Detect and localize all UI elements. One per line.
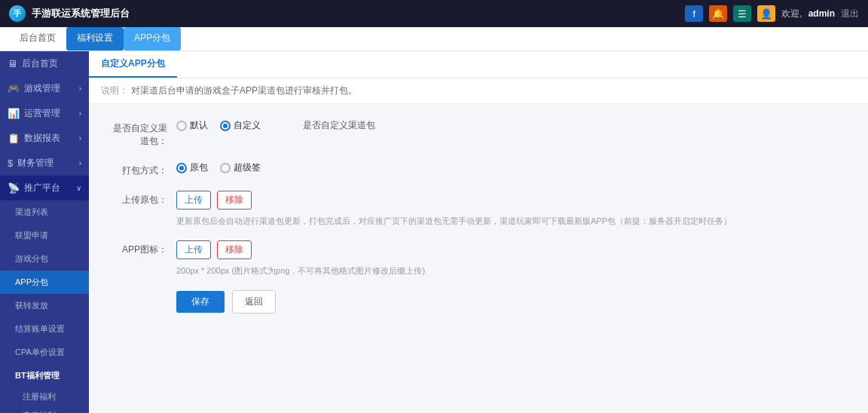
sidebar-label-app-pkg: APP分包 <box>15 277 48 288</box>
upload-icon-hint: 200px * 200px (图片格式为png，不可将其他格式图片修改后缀上传) <box>176 265 425 277</box>
nav-tab-welfare[interactable]: 福利设置 <box>66 27 124 50</box>
sidebar-label-channel-list: 渠道列表 <box>15 206 48 218</box>
main-layout: 🖥 后台首页 🎮 游戏管理 › 📊 运营管理 › 📋 数据报表 › $ 财务管理… <box>0 51 868 413</box>
sidebar-label-ops: 运营管理 <box>24 107 60 120</box>
chevron-icon-3: › <box>79 134 81 142</box>
info-bar: 说明： 对渠道后台申请的游戏盒子APP渠道包进行审核并打包。 <box>89 78 868 104</box>
admin-name: admin <box>808 8 835 19</box>
form-buttons: 保存 返回 <box>176 290 850 314</box>
sidebar-item-recharge-welfare[interactable]: 充值福利 <box>0 406 89 413</box>
sidebar-label-recharge-welfare: 充值福利 <box>23 410 56 413</box>
finance-icon: $ <box>8 158 13 169</box>
sidebar-item-ops[interactable]: 📊 运营管理 › <box>0 101 89 126</box>
pack-method-radio-group: 原包 超级签 <box>176 161 261 174</box>
radio-custom[interactable]: 自定义 <box>220 119 261 132</box>
sidebar-label-billing: 结算账单设置 <box>15 323 65 335</box>
sidebar-label-finance: 财务管理 <box>17 157 53 170</box>
sidebar-item-billing[interactable]: 结算账单设置 <box>0 317 89 341</box>
content-header: 自定义APP分包 <box>89 51 868 78</box>
description-text: 对渠道后台申请的游戏盒子APP渠道包进行审核并打包。 <box>131 84 357 97</box>
sidebar-item-report[interactable]: 📋 数据报表 › <box>0 126 89 151</box>
welcome-text: 欢迎, <box>781 8 802 20</box>
radio-original-label: 原包 <box>190 161 208 174</box>
upload-icon-row: APP图标： 上传 移除 200px * 200px (图片格式为png，不可将… <box>107 240 850 277</box>
upload-pkg-label: 上传原包： <box>107 191 167 206</box>
sidebar-label-game-pkg: 游戏分包 <box>15 253 48 265</box>
sidebar-item-game[interactable]: 🎮 游戏管理 › <box>0 76 89 101</box>
back-button[interactable]: 返回 <box>232 290 276 314</box>
chevron-icon-5: ∨ <box>76 184 81 192</box>
content-area: 自定义APP分包 说明： 对渠道后台申请的游戏盒子APP渠道包进行审核并打包。 … <box>89 51 868 413</box>
facebook-icon[interactable]: f <box>685 5 703 22</box>
promote-icon: 📡 <box>8 182 20 194</box>
sidebar-item-channel-list[interactable]: 渠道列表 <box>0 200 89 224</box>
chevron-icon-4: › <box>79 159 81 167</box>
nav-tab-home[interactable]: 后台首页 <box>9 27 66 50</box>
sidebar-item-game-pkg[interactable]: 游戏分包 <box>0 247 89 271</box>
sidebar-label-promote: 推广平台 <box>24 182 60 194</box>
radio-original-circle <box>176 163 187 173</box>
nav-bar: 后台首页 福利设置 APP分包 <box>0 27 868 51</box>
app-title: 手游联运系统管理后台 <box>32 7 130 20</box>
sidebar-label-game: 游戏管理 <box>24 82 60 95</box>
sidebar-item-home[interactable]: 🖥 后台首页 <box>0 51 89 76</box>
radio-super-sign-circle <box>220 163 231 173</box>
radio-custom-circle <box>220 121 231 131</box>
custom-channel-row: 是否自定义渠道包： 默认 自定义 是否自定义渠道包 <box>107 119 850 148</box>
custom-channel-label: 是否自定义渠道包： <box>107 119 167 148</box>
upload-icon-label: APP图标： <box>107 240 167 256</box>
is-custom-label: 是否自定义渠道包 <box>303 119 375 132</box>
sidebar-label-alliance: 联盟申请 <box>15 230 48 241</box>
top-header: 手 手游联运系统管理后台 f 🔔 ☰ 👤 欢迎, admin 退出 <box>0 0 868 27</box>
game-icon: 🎮 <box>8 83 20 94</box>
upload-icon-button[interactable]: 上传 <box>176 240 211 259</box>
report-icon: 📋 <box>8 133 20 144</box>
sidebar-item-bt-welfare[interactable]: BT福利管理 <box>0 364 89 387</box>
remove-pkg-button[interactable]: 移除 <box>217 191 252 210</box>
sidebar-item-finance[interactable]: $ 财务管理 › <box>0 151 89 176</box>
radio-custom-label: 自定义 <box>234 119 261 132</box>
sidebar-item-register-welfare[interactable]: 注册福利 <box>0 387 89 406</box>
sidebar-item-cpa[interactable]: CPA单价设置 <box>0 341 89 364</box>
chevron-icon: › <box>79 84 81 93</box>
radio-super-sign[interactable]: 超级签 <box>220 161 261 174</box>
upload-icon-area: 上传 移除 <box>176 240 425 259</box>
radio-original[interactable]: 原包 <box>176 161 208 174</box>
notification-icon[interactable]: 🔔 <box>709 5 727 22</box>
sidebar-label-report: 数据报表 <box>24 132 60 145</box>
upload-pkg-row: 上传原包： 上传 移除 更新原包后会自动进行渠道包更新，打包完成后，对应推广页下… <box>107 191 850 227</box>
sidebar-label-cpa: CPA单价设置 <box>15 347 65 358</box>
tab-custom-app[interactable]: 自定义APP分包 <box>89 51 177 78</box>
upload-icon-content: 上传 移除 200px * 200px (图片格式为png，不可将其他格式图片修… <box>176 240 425 277</box>
list-icon[interactable]: ☰ <box>733 5 751 22</box>
form-area: 是否自定义渠道包： 默认 自定义 是否自定义渠道包 <box>89 104 868 413</box>
upload-pkg-area: 上传 移除 <box>176 191 732 210</box>
sidebar: 🖥 后台首页 🎮 游戏管理 › 📊 运营管理 › 📋 数据报表 › $ 财务管理… <box>0 51 89 413</box>
description-label: 说明： <box>101 84 128 97</box>
sidebar-label-transfer: 获转发放 <box>15 300 48 311</box>
pack-method-row: 打包方式： 原包 超级签 <box>107 161 850 177</box>
logout-button[interactable]: 退出 <box>841 8 859 20</box>
sidebar-item-transfer[interactable]: 获转发放 <box>0 294 89 317</box>
custom-channel-radio-group: 默认 自定义 <box>176 119 261 132</box>
sidebar-item-app-pkg[interactable]: APP分包 <box>0 271 89 294</box>
nav-tab-app[interactable]: APP分包 <box>124 27 181 50</box>
radio-default-circle <box>176 121 187 131</box>
user-icon[interactable]: 👤 <box>757 5 775 22</box>
radio-default-label: 默认 <box>190 119 208 132</box>
upload-pkg-button[interactable]: 上传 <box>176 191 211 210</box>
remove-icon-button[interactable]: 移除 <box>217 240 252 259</box>
sidebar-label-home: 后台首页 <box>22 57 58 70</box>
pack-method-content: 原包 超级签 <box>176 161 850 174</box>
upload-pkg-hint: 更新原包后会自动进行渠道包更新，打包完成后，对应推广页下的渠道包无需手动更新，渠… <box>176 216 732 227</box>
header-right: f 🔔 ☰ 👤 欢迎, admin 退出 <box>685 5 859 22</box>
logo-icon: 手 <box>9 5 26 22</box>
save-button[interactable]: 保存 <box>176 291 225 313</box>
upload-pkg-content: 上传 移除 更新原包后会自动进行渠道包更新，打包完成后，对应推广页下的渠道包无需… <box>176 191 732 227</box>
sidebar-item-alliance[interactable]: 联盟申请 <box>0 224 89 247</box>
sidebar-item-promote[interactable]: 📡 推广平台 ∨ <box>0 176 89 200</box>
custom-channel-content: 默认 自定义 是否自定义渠道包 <box>176 119 850 132</box>
radio-default[interactable]: 默认 <box>176 119 208 132</box>
sidebar-label-register-welfare: 注册福利 <box>23 391 56 402</box>
ops-icon: 📊 <box>8 108 20 119</box>
